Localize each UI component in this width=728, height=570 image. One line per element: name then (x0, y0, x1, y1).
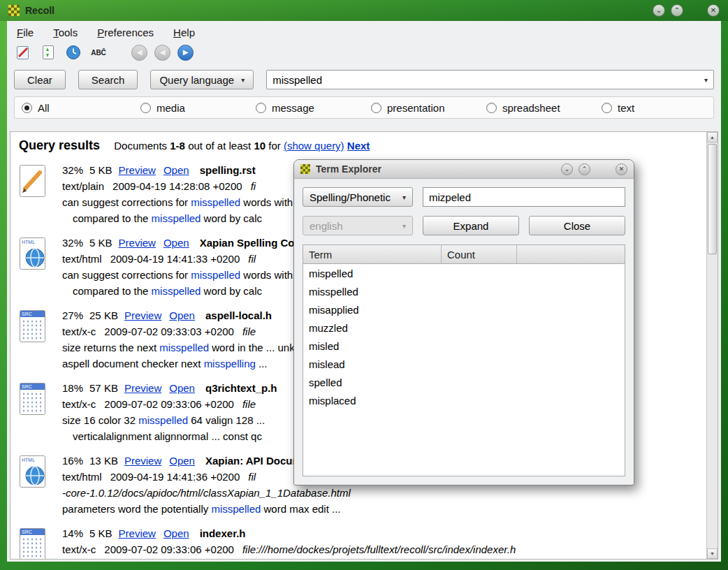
expand-mode-select[interactable]: Spelling/Phonetic ▾ (303, 187, 413, 207)
expand-button[interactable]: Expand (423, 216, 519, 235)
search-button[interactable]: Search (78, 70, 138, 89)
source-code-icon: SRC (19, 380, 62, 444)
preview-link[interactable]: Preview (124, 382, 161, 394)
filter-media[interactable]: media (140, 102, 185, 114)
shade-dialog-button[interactable]: ⌄ (561, 163, 573, 175)
expand-mode-label: Spelling/Phonetic (310, 191, 391, 203)
close-window-button[interactable]: ✕ (707, 4, 720, 17)
svg-text:HTML: HTML (22, 458, 35, 462)
file-size: 5 KB (89, 164, 112, 176)
open-link[interactable]: Open (169, 309, 195, 321)
show-query-link[interactable]: (show query) (284, 140, 344, 152)
radio-icon[interactable] (371, 103, 381, 113)
filter-label: message (272, 102, 314, 114)
open-link[interactable]: Open (163, 164, 189, 176)
file-size: 5 KB (89, 527, 112, 539)
filter-label: media (156, 102, 185, 114)
filter-message[interactable]: message (256, 102, 314, 114)
menu-file[interactable]: File (15, 26, 35, 39)
term-input[interactable] (423, 187, 625, 207)
relevance-percent: 27% (62, 309, 83, 321)
file-size: 5 KB (89, 237, 112, 249)
html-document-icon: HTML (19, 235, 62, 299)
radio-icon[interactable] (602, 103, 612, 113)
doc-url: file (242, 398, 256, 410)
menu-tools[interactable]: Tools (52, 26, 79, 39)
relevance-percent: 32% (62, 237, 83, 249)
term-row[interactable]: misapplied (303, 300, 625, 319)
count-column-header[interactable]: Count (442, 245, 517, 263)
open-link[interactable]: Open (163, 527, 189, 539)
abstract-line: -core-1.0.12/docs/apidoc/html/classXapia… (62, 485, 562, 501)
radio-icon[interactable] (256, 103, 266, 113)
mime-type: text/html (62, 253, 102, 265)
term-row[interactable]: mislead (303, 355, 625, 373)
unshade-dialog-button[interactable]: ⌃ (578, 163, 590, 175)
close-dialog-button[interactable]: ✕ (616, 163, 627, 175)
dialog-titlebar[interactable]: Term Explorer ⌄ ⌃ ✕ (294, 160, 634, 179)
filter-spreadsheet[interactable]: spreadsheet (486, 102, 560, 114)
scroll-up-icon[interactable]: ▲ (707, 132, 718, 142)
term-explorer-icon[interactable]: ABĈ (89, 43, 108, 61)
menu-help[interactable]: Help (172, 26, 196, 39)
next-page-button[interactable]: ▶ (177, 45, 194, 61)
results-scrollbar[interactable]: ▲ ▼ (706, 132, 718, 559)
results-count-text: for (268, 140, 281, 152)
clear-search-icon[interactable] (14, 43, 32, 61)
next-page-link[interactable]: Next (347, 140, 370, 152)
scroll-down-icon[interactable]: ▼ (707, 548, 718, 559)
term-row[interactable]: muzzled (303, 319, 625, 337)
search-bar: Clear Search Query language ▾ ▾ (7, 65, 721, 94)
scrollbar-thumb[interactable] (708, 144, 717, 254)
term-column-header[interactable]: Term (303, 245, 442, 263)
result-title: q3richtext_p.h (205, 382, 277, 394)
start-search-icon[interactable] (39, 43, 57, 61)
relevance-percent: 16% (62, 455, 83, 467)
window-titlebar[interactable]: Recoll ⌄ ⌃ ✕ (0, 0, 728, 21)
radio-icon[interactable] (140, 103, 151, 113)
source-code-icon: SRC (19, 307, 62, 372)
query-history-icon[interactable] (64, 43, 82, 61)
abstract-line: size 16 color 32 misspelled 64 valign 12… (62, 412, 277, 428)
clear-button[interactable]: Clear (14, 70, 66, 89)
open-link[interactable]: Open (163, 237, 189, 249)
filter-text[interactable]: text (602, 102, 634, 114)
preview-link[interactable]: Preview (124, 309, 161, 321)
results-count-text: Documents (114, 140, 167, 152)
preview-link[interactable]: Preview (119, 527, 156, 539)
preview-link[interactable]: Preview (119, 237, 156, 249)
close-button[interactable]: Close (529, 216, 625, 235)
open-link[interactable]: Open (169, 382, 195, 394)
forward-icon: ▶ (183, 49, 189, 56)
term-row[interactable]: misled (303, 337, 625, 355)
file-size: 13 KB (89, 455, 118, 467)
menu-preferences[interactable]: Preferences (96, 26, 155, 39)
html-document-icon: HTML (19, 453, 62, 517)
term-row[interactable]: misplaced (303, 391, 625, 409)
filter-presentation[interactable]: presentation (371, 102, 445, 114)
results-total: 10 (254, 140, 265, 152)
filter-label: presentation (387, 102, 445, 114)
radio-icon[interactable] (486, 103, 497, 113)
chevron-down-icon[interactable]: ▾ (704, 76, 708, 84)
shade-window-button[interactable]: ⌄ (653, 4, 665, 17)
term-row[interactable]: misspelled (303, 282, 625, 300)
prev-page-button[interactable]: ◀ (154, 45, 170, 61)
first-page-button[interactable]: ◀ (131, 45, 147, 61)
open-link[interactable]: Open (169, 455, 195, 467)
term-row[interactable]: spelled (303, 373, 625, 391)
back-icon: ◀ (160, 49, 166, 56)
language-label: english (310, 220, 343, 232)
svg-text:SRC: SRC (22, 312, 32, 316)
filter-all[interactable]: All (22, 102, 50, 114)
mime-type: text/x-c (62, 543, 96, 555)
filter-label: text (618, 102, 634, 114)
svg-text:SRC: SRC (22, 384, 32, 389)
unshade-window-button[interactable]: ⌃ (671, 4, 683, 17)
preview-link[interactable]: Preview (124, 455, 161, 467)
term-row[interactable]: mispelled (303, 264, 625, 282)
query-language-select[interactable]: Query language ▾ (150, 70, 254, 89)
radio-icon[interactable] (22, 103, 32, 113)
search-input[interactable] (266, 70, 714, 89)
preview-link[interactable]: Preview (119, 164, 156, 176)
